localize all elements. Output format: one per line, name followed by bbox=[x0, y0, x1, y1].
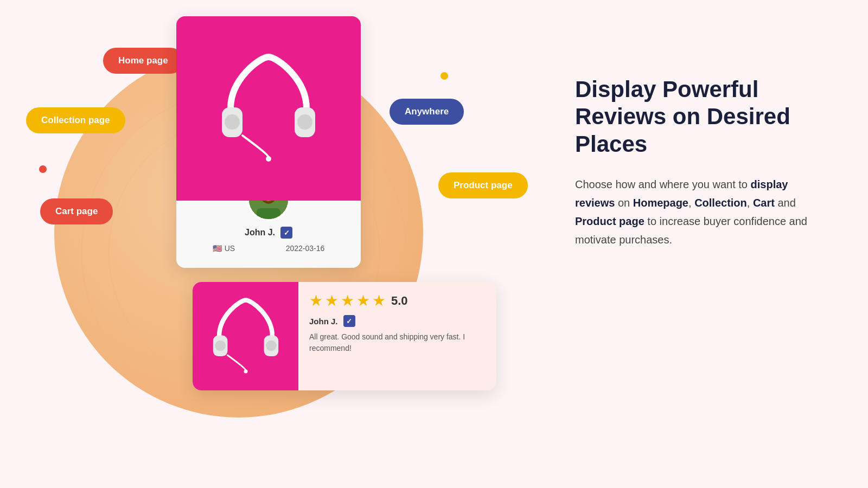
svg-point-12 bbox=[244, 370, 247, 374]
stars-row: ★ ★ ★ ★ ★ 5.0 bbox=[309, 292, 486, 310]
desc-comma2: , bbox=[747, 197, 753, 209]
cart-page-badge[interactable]: Cart page bbox=[40, 198, 113, 224]
product-page-badge[interactable]: Product page bbox=[438, 172, 528, 198]
right-section: Display Powerful Reviews on Desired Plac… bbox=[542, 0, 868, 488]
dot-yellow bbox=[441, 72, 448, 80]
country-flag: 🇺🇸 US bbox=[213, 244, 235, 253]
headphones-icon-small bbox=[208, 293, 284, 380]
desc-mid2: and bbox=[775, 197, 796, 209]
product-card-image bbox=[176, 16, 361, 201]
desc-intro: Choose how and where you want to bbox=[575, 178, 751, 190]
star-4: ★ bbox=[356, 292, 370, 310]
desc-bold-product-page: Product page bbox=[575, 215, 644, 227]
review-verified-checkbox: ✓ bbox=[343, 315, 355, 327]
svg-point-4 bbox=[266, 156, 271, 162]
review-username: John J. bbox=[309, 317, 338, 326]
star-5: ★ bbox=[372, 292, 386, 310]
review-card-image bbox=[193, 282, 298, 390]
verified-checkbox: ✓ bbox=[280, 227, 292, 239]
main-heading: Display Powerful Reviews on Desired Plac… bbox=[575, 76, 825, 158]
star-1: ★ bbox=[309, 292, 323, 310]
desc-bold-cart: Cart bbox=[753, 197, 775, 209]
home-page-badge[interactable]: Home page bbox=[103, 48, 183, 74]
anywhere-badge[interactable]: Anywhere bbox=[390, 99, 464, 125]
collection-page-badge[interactable]: Collection page bbox=[26, 107, 125, 133]
description: Choose how and where you want to display… bbox=[575, 175, 825, 249]
svg-rect-7 bbox=[257, 208, 280, 221]
review-user-row: John J. ✓ bbox=[309, 315, 486, 327]
svg-point-10 bbox=[215, 341, 226, 351]
svg-point-11 bbox=[266, 341, 277, 351]
review-card-body: ★ ★ ★ ★ ★ 5.0 John J. ✓ All great. Good … bbox=[298, 282, 496, 390]
desc-comma1: , bbox=[688, 197, 694, 209]
product-card: John J. ✓ 🇺🇸 US 2022-03-16 bbox=[176, 16, 361, 268]
desc-bold-collection: Collection bbox=[694, 197, 747, 209]
review-card: ★ ★ ★ ★ ★ 5.0 John J. ✓ All great. Good … bbox=[193, 282, 496, 390]
rating-number: 5.0 bbox=[391, 294, 408, 308]
svg-point-2 bbox=[225, 114, 240, 130]
username: John J. bbox=[245, 228, 275, 237]
review-date: 2022-03-16 bbox=[286, 244, 325, 253]
meta-row: 🇺🇸 US 2022-03-16 bbox=[187, 244, 350, 257]
country-code: US bbox=[225, 244, 235, 253]
desc-bold-homepage: Homepage bbox=[633, 197, 688, 209]
svg-point-3 bbox=[297, 114, 312, 130]
desc-mid1: on bbox=[615, 197, 633, 209]
headphones-icon-large bbox=[214, 49, 323, 168]
star-3: ★ bbox=[341, 292, 354, 310]
star-2: ★ bbox=[325, 292, 339, 310]
review-text: All great. Good sound and shipping very … bbox=[309, 331, 486, 354]
dot-red bbox=[39, 165, 47, 173]
user-row: John J. ✓ bbox=[187, 227, 350, 239]
